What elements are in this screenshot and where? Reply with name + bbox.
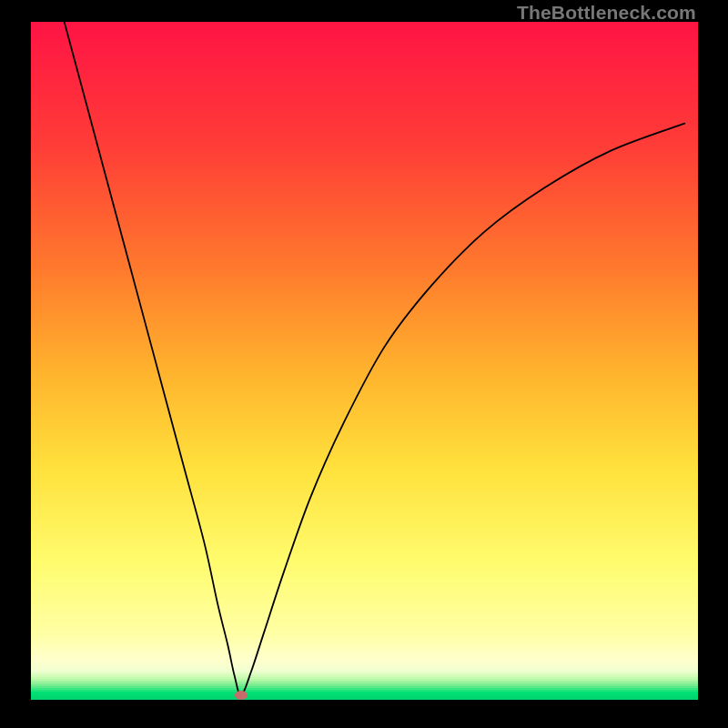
chart-frame: TheBottleneck.com — [0, 0, 728, 728]
min-marker — [235, 691, 248, 700]
plot-area — [31, 22, 698, 699]
watermark-text: TheBottleneck.com — [517, 2, 696, 24]
